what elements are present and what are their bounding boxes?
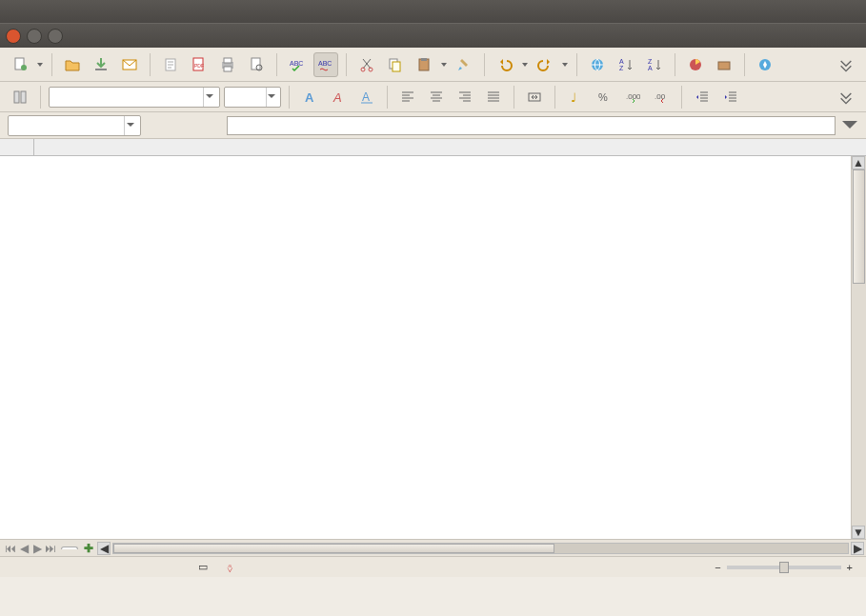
copy-button[interactable]: [383, 52, 408, 77]
bold-button[interactable]: A: [297, 85, 322, 109]
svg-text:A: A: [332, 90, 342, 105]
insert-mode-icon: ⎀: [227, 562, 233, 573]
vertical-scroll-thumb[interactable]: [853, 169, 865, 284]
format-paintbrush-button[interactable]: [452, 52, 476, 77]
save-button[interactable]: [89, 52, 113, 77]
svg-rect-9: [224, 67, 232, 71]
paste-button[interactable]: [412, 52, 436, 77]
align-right-button[interactable]: [453, 85, 477, 109]
edit-button[interactable]: [158, 52, 183, 77]
export-pdf-button[interactable]: PDF: [187, 52, 211, 77]
standard-toolbar: PDF ABC ABC AZ ZA: [0, 48, 866, 82]
formula-input[interactable]: [227, 116, 836, 135]
new-dropdown-icon[interactable]: [36, 63, 44, 67]
navigator-button[interactable]: [753, 52, 777, 77]
svg-text:.00: .00: [655, 92, 666, 101]
spreadsheet-grid[interactable]: ▲ ▼: [0, 139, 866, 539]
tab-prev-button[interactable]: ◀: [17, 542, 30, 555]
chevron-down-icon[interactable]: [266, 88, 276, 107]
styles-button[interactable]: [8, 85, 32, 109]
spellcheck-button[interactable]: ABC: [285, 52, 310, 77]
system-menubar: [0, 0, 866, 23]
horizontal-scrollbar[interactable]: ◀ ▶: [95, 542, 866, 555]
window-minimize-button[interactable]: [27, 29, 42, 44]
hyperlink-button[interactable]: [585, 52, 610, 77]
window-titlebar: [0, 23, 866, 48]
svg-text:A: A: [305, 90, 314, 105]
function-wizard-button[interactable]: [147, 116, 168, 135]
tab-last-button[interactable]: ⏭: [44, 542, 57, 555]
name-box-input[interactable]: [14, 119, 124, 132]
percent-button[interactable]: %: [592, 85, 616, 109]
redo-button[interactable]: [533, 52, 557, 77]
zoom-in-button[interactable]: +: [847, 562, 853, 573]
open-button[interactable]: [60, 52, 85, 77]
align-left-button[interactable]: [395, 85, 420, 109]
svg-text:Z: Z: [619, 65, 624, 71]
svg-text:ABC: ABC: [290, 60, 303, 67]
italic-button[interactable]: A: [326, 85, 351, 109]
svg-rect-26: [718, 62, 730, 70]
column-headers[interactable]: [34, 139, 866, 156]
horizontal-scroll-track[interactable]: [112, 543, 849, 554]
svg-rect-10: [252, 58, 260, 70]
sum-button[interactable]: [173, 116, 194, 135]
chart-button[interactable]: [683, 52, 708, 77]
name-box[interactable]: [8, 115, 141, 136]
print-button[interactable]: [215, 52, 240, 77]
formatbar-more-button[interactable]: [834, 85, 858, 109]
merge-cells-button[interactable]: [522, 85, 547, 109]
status-bar: ▭ ⎀ − +: [0, 556, 866, 577]
decrease-indent-button[interactable]: [690, 85, 715, 109]
undo-button[interactable]: [493, 52, 517, 77]
embedded-chart[interactable]: [306, 156, 866, 518]
new-document-button[interactable]: [8, 52, 32, 77]
sheet-tab-active[interactable]: [61, 546, 78, 549]
formula-drop-button[interactable]: [841, 117, 858, 134]
scroll-down-button[interactable]: ▼: [852, 526, 865, 539]
svg-rect-8: [224, 58, 232, 63]
scroll-left-button[interactable]: ◀: [97, 542, 111, 555]
increase-indent-button[interactable]: [718, 85, 743, 109]
svg-rect-29: [21, 91, 26, 103]
scroll-right-button[interactable]: ▶: [851, 542, 864, 555]
zoom-thumb[interactable]: [779, 562, 789, 573]
horizontal-scroll-thumb[interactable]: [113, 544, 554, 553]
chevron-down-icon[interactable]: [124, 116, 136, 135]
autospell-button[interactable]: ABC: [313, 52, 338, 77]
remove-decimal-button[interactable]: .00: [649, 85, 674, 109]
scroll-up-button[interactable]: ▲: [852, 156, 865, 169]
paste-dropdown-icon[interactable]: [440, 63, 448, 67]
align-center-button[interactable]: [424, 85, 449, 109]
align-justify-button[interactable]: [481, 85, 506, 109]
undo-dropdown-icon[interactable]: [521, 63, 529, 67]
font-name-combo[interactable]: [49, 87, 220, 108]
font-size-input[interactable]: [231, 90, 266, 104]
cut-button[interactable]: [354, 52, 379, 77]
add-decimal-button[interactable]: .000: [620, 85, 645, 109]
zoom-slider[interactable]: [727, 566, 841, 569]
sort-asc-button[interactable]: AZ: [614, 52, 638, 77]
zoom-out-button[interactable]: −: [715, 562, 720, 573]
sort-desc-button[interactable]: ZA: [642, 52, 667, 77]
gallery-button[interactable]: [712, 52, 736, 77]
window-close-button[interactable]: [6, 29, 21, 44]
currency-button[interactable]: ♩: [563, 85, 588, 109]
email-button[interactable]: [117, 52, 142, 77]
redo-dropdown-icon[interactable]: [561, 63, 569, 67]
vertical-scrollbar[interactable]: ▲ ▼: [851, 156, 866, 539]
toolbar-more-button[interactable]: [834, 52, 858, 77]
window-maximize-button[interactable]: [48, 29, 63, 44]
font-size-combo[interactable]: [224, 87, 281, 108]
svg-text:♩: ♩: [571, 90, 576, 105]
tab-first-button[interactable]: ⏮: [4, 542, 17, 555]
font-name-input[interactable]: [55, 90, 203, 104]
print-preview-button[interactable]: [244, 52, 269, 77]
svg-rect-19: [421, 58, 427, 61]
add-sheet-button[interactable]: ✚: [82, 542, 95, 555]
tab-next-button[interactable]: ▶: [30, 542, 44, 555]
select-all-corner[interactable]: [0, 139, 34, 156]
equals-button[interactable]: [200, 116, 221, 135]
chevron-down-icon[interactable]: [203, 88, 215, 107]
underline-button[interactable]: A: [354, 85, 379, 109]
